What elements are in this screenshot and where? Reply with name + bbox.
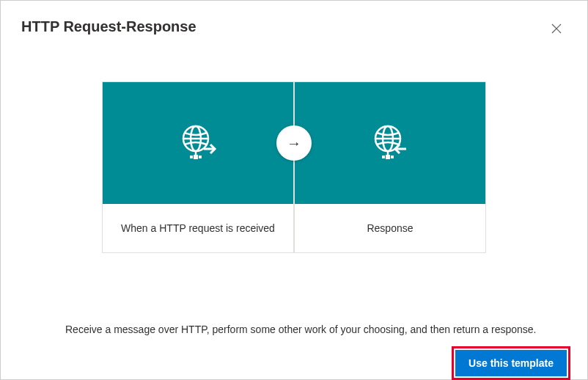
- dialog-content: When a HTTP request is received →: [21, 39, 567, 376]
- step-card-trigger[interactable]: When a HTTP request is received: [102, 81, 294, 253]
- step-card-hero: [295, 82, 485, 204]
- spacer: [21, 253, 567, 297]
- http-request-icon: [176, 121, 220, 165]
- template-description: Receive a message over HTTP, perform som…: [65, 324, 567, 335]
- step-card-label: Response: [295, 204, 485, 252]
- http-response-icon: [368, 121, 412, 165]
- svg-rect-7: [199, 156, 202, 158]
- dialog-footer: Use this template: [21, 350, 567, 376]
- step-card-hero: [103, 82, 293, 204]
- close-button[interactable]: [546, 18, 567, 39]
- dialog-title: HTTP Request-Response: [21, 18, 196, 35]
- svg-rect-15: [391, 156, 394, 158]
- close-icon: [551, 23, 562, 34]
- svg-rect-8: [194, 155, 198, 159]
- step-card-action[interactable]: Response: [294, 81, 486, 253]
- step-cards-row: When a HTTP request is received →: [21, 81, 567, 253]
- step-card-label: When a HTTP request is received: [103, 204, 293, 252]
- arrow-right-icon: →: [287, 135, 301, 152]
- svg-rect-6: [190, 156, 193, 158]
- flow-arrow-connector: →: [276, 125, 312, 161]
- dialog-header: HTTP Request-Response: [21, 18, 567, 39]
- svg-rect-16: [386, 155, 390, 159]
- use-this-template-button[interactable]: Use this template: [455, 350, 567, 376]
- svg-rect-14: [382, 156, 385, 158]
- template-dialog: HTTP Request-Response: [0, 0, 588, 380]
